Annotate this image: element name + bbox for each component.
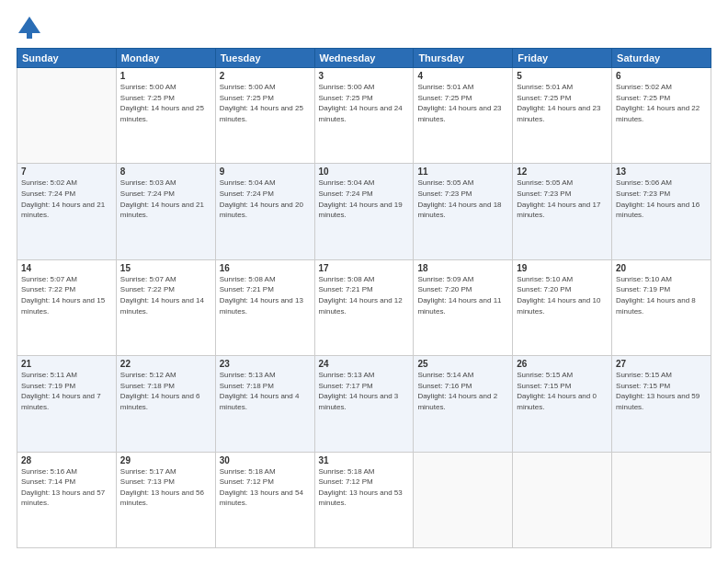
calendar-cell: 17Sunrise: 5:08 AMSunset: 7:21 PMDayligh…	[314, 259, 414, 355]
day-number: 27	[616, 359, 707, 369]
day-number: 18	[417, 263, 508, 273]
day-info: Sunrise: 5:08 AMSunset: 7:21 PMDaylight:…	[319, 274, 410, 316]
day-info: Sunrise: 5:02 AMSunset: 7:25 PMDaylight:…	[616, 82, 707, 124]
day-number: 26	[517, 359, 608, 369]
header-row: SundayMondayTuesdayWednesdayThursdayFrid…	[17, 49, 711, 68]
day-header: Thursday	[414, 49, 513, 68]
day-info: Sunrise: 5:04 AMSunset: 7:24 PMDaylight:…	[220, 178, 311, 220]
calendar-cell: 6Sunrise: 5:02 AMSunset: 7:25 PMDaylight…	[612, 68, 711, 164]
calendar-week-row: 1Sunrise: 5:00 AMSunset: 7:25 PMDaylight…	[17, 68, 711, 164]
calendar-page: SundayMondayTuesdayWednesdayThursdayFrid…	[0, 0, 728, 563]
logo-icon	[17, 15, 42, 40]
day-number: 2	[220, 71, 311, 81]
day-header: Sunday	[17, 49, 117, 68]
calendar-cell	[513, 452, 612, 547]
svg-rect-1	[27, 33, 32, 39]
day-info: Sunrise: 5:02 AMSunset: 7:24 PMDaylight:…	[21, 178, 112, 220]
day-info: Sunrise: 5:01 AMSunset: 7:25 PMDaylight:…	[417, 82, 508, 124]
day-info: Sunrise: 5:16 AMSunset: 7:14 PMDaylight:…	[21, 466, 112, 509]
calendar-cell: 5Sunrise: 5:01 AMSunset: 7:25 PMDaylight…	[513, 68, 612, 164]
calendar-cell: 24Sunrise: 5:13 AMSunset: 7:17 PMDayligh…	[314, 356, 414, 452]
day-info: Sunrise: 5:13 AMSunset: 7:17 PMDaylight:…	[319, 370, 410, 412]
day-number: 6	[616, 71, 707, 81]
calendar-cell: 30Sunrise: 5:18 AMSunset: 7:12 PMDayligh…	[215, 452, 314, 547]
day-number: 1	[120, 71, 211, 81]
day-info: Sunrise: 5:08 AMSunset: 7:21 PMDaylight:…	[220, 274, 311, 316]
day-number: 11	[417, 167, 508, 177]
day-info: Sunrise: 5:10 AMSunset: 7:20 PMDaylight:…	[517, 274, 608, 316]
calendar-cell: 15Sunrise: 5:07 AMSunset: 7:22 PMDayligh…	[116, 259, 215, 355]
day-number: 7	[21, 167, 112, 177]
calendar-cell: 22Sunrise: 5:12 AMSunset: 7:18 PMDayligh…	[116, 356, 215, 452]
day-number: 30	[220, 455, 311, 465]
day-info: Sunrise: 5:05 AMSunset: 7:23 PMDaylight:…	[517, 178, 608, 220]
calendar-cell: 12Sunrise: 5:05 AMSunset: 7:23 PMDayligh…	[513, 164, 612, 259]
calendar-cell: 23Sunrise: 5:13 AMSunset: 7:18 PMDayligh…	[215, 356, 314, 452]
day-info: Sunrise: 5:09 AMSunset: 7:20 PMDaylight:…	[417, 274, 508, 316]
day-info: Sunrise: 5:00 AMSunset: 7:25 PMDaylight:…	[120, 82, 211, 124]
calendar-cell: 7Sunrise: 5:02 AMSunset: 7:24 PMDaylight…	[17, 164, 117, 259]
day-number: 17	[319, 263, 410, 273]
day-header: Monday	[116, 49, 215, 68]
day-info: Sunrise: 5:17 AMSunset: 7:13 PMDaylight:…	[120, 466, 211, 509]
calendar-cell	[17, 68, 117, 164]
svg-marker-0	[18, 17, 40, 33]
day-number: 20	[616, 263, 707, 273]
calendar-cell: 14Sunrise: 5:07 AMSunset: 7:22 PMDayligh…	[17, 259, 117, 355]
day-number: 21	[21, 359, 112, 369]
day-info: Sunrise: 5:03 AMSunset: 7:24 PMDaylight:…	[120, 178, 211, 220]
day-number: 13	[616, 167, 707, 177]
calendar-week-row: 7Sunrise: 5:02 AMSunset: 7:24 PMDaylight…	[17, 164, 711, 259]
calendar-cell: 25Sunrise: 5:14 AMSunset: 7:16 PMDayligh…	[414, 356, 513, 452]
day-info: Sunrise: 5:12 AMSunset: 7:18 PMDaylight:…	[120, 370, 211, 412]
day-number: 14	[21, 263, 112, 273]
day-number: 4	[417, 71, 508, 81]
calendar-week-row: 14Sunrise: 5:07 AMSunset: 7:22 PMDayligh…	[17, 259, 711, 355]
day-header: Wednesday	[314, 49, 414, 68]
calendar-cell: 20Sunrise: 5:10 AMSunset: 7:19 PMDayligh…	[612, 259, 711, 355]
day-info: Sunrise: 5:11 AMSunset: 7:19 PMDaylight:…	[21, 370, 112, 412]
calendar-cell: 1Sunrise: 5:00 AMSunset: 7:25 PMDaylight…	[116, 68, 215, 164]
calendar-cell: 21Sunrise: 5:11 AMSunset: 7:19 PMDayligh…	[17, 356, 117, 452]
day-header: Tuesday	[215, 49, 314, 68]
day-number: 19	[517, 263, 608, 273]
calendar-week-row: 28Sunrise: 5:16 AMSunset: 7:14 PMDayligh…	[17, 452, 711, 547]
day-number: 31	[319, 455, 410, 465]
logo	[17, 15, 46, 40]
day-info: Sunrise: 5:04 AMSunset: 7:24 PMDaylight:…	[319, 178, 410, 220]
day-number: 28	[21, 455, 112, 465]
day-info: Sunrise: 5:00 AMSunset: 7:25 PMDaylight:…	[319, 82, 410, 124]
day-header: Saturday	[612, 49, 711, 68]
calendar-cell: 9Sunrise: 5:04 AMSunset: 7:24 PMDaylight…	[215, 164, 314, 259]
day-info: Sunrise: 5:18 AMSunset: 7:12 PMDaylight:…	[220, 466, 311, 509]
day-info: Sunrise: 5:06 AMSunset: 7:23 PMDaylight:…	[616, 178, 707, 220]
day-info: Sunrise: 5:07 AMSunset: 7:22 PMDaylight:…	[21, 274, 112, 316]
calendar-cell: 13Sunrise: 5:06 AMSunset: 7:23 PMDayligh…	[612, 164, 711, 259]
day-number: 9	[220, 167, 311, 177]
calendar-table: SundayMondayTuesdayWednesdayThursdayFrid…	[17, 48, 711, 548]
calendar-week-row: 21Sunrise: 5:11 AMSunset: 7:19 PMDayligh…	[17, 356, 711, 452]
calendar-cell: 18Sunrise: 5:09 AMSunset: 7:20 PMDayligh…	[414, 259, 513, 355]
calendar-cell: 10Sunrise: 5:04 AMSunset: 7:24 PMDayligh…	[314, 164, 414, 259]
calendar-cell: 31Sunrise: 5:18 AMSunset: 7:12 PMDayligh…	[314, 452, 414, 547]
day-number: 24	[319, 359, 410, 369]
day-info: Sunrise: 5:00 AMSunset: 7:25 PMDaylight:…	[220, 82, 311, 124]
calendar-cell: 8Sunrise: 5:03 AMSunset: 7:24 PMDaylight…	[116, 164, 215, 259]
day-number: 22	[120, 359, 211, 369]
calendar-cell: 28Sunrise: 5:16 AMSunset: 7:14 PMDayligh…	[17, 452, 117, 547]
calendar-cell	[414, 452, 513, 547]
day-info: Sunrise: 5:14 AMSunset: 7:16 PMDaylight:…	[417, 370, 508, 412]
day-info: Sunrise: 5:05 AMSunset: 7:23 PMDaylight:…	[417, 178, 508, 220]
calendar-cell: 4Sunrise: 5:01 AMSunset: 7:25 PMDaylight…	[414, 68, 513, 164]
calendar-cell: 11Sunrise: 5:05 AMSunset: 7:23 PMDayligh…	[414, 164, 513, 259]
day-number: 8	[120, 167, 211, 177]
day-info: Sunrise: 5:07 AMSunset: 7:22 PMDaylight:…	[120, 274, 211, 316]
calendar-cell: 16Sunrise: 5:08 AMSunset: 7:21 PMDayligh…	[215, 259, 314, 355]
day-number: 15	[120, 263, 211, 273]
calendar-cell	[612, 452, 711, 547]
day-number: 16	[220, 263, 311, 273]
day-number: 10	[319, 167, 410, 177]
day-info: Sunrise: 5:13 AMSunset: 7:18 PMDaylight:…	[220, 370, 311, 412]
day-info: Sunrise: 5:18 AMSunset: 7:12 PMDaylight:…	[319, 466, 410, 509]
day-info: Sunrise: 5:10 AMSunset: 7:19 PMDaylight:…	[616, 274, 707, 316]
